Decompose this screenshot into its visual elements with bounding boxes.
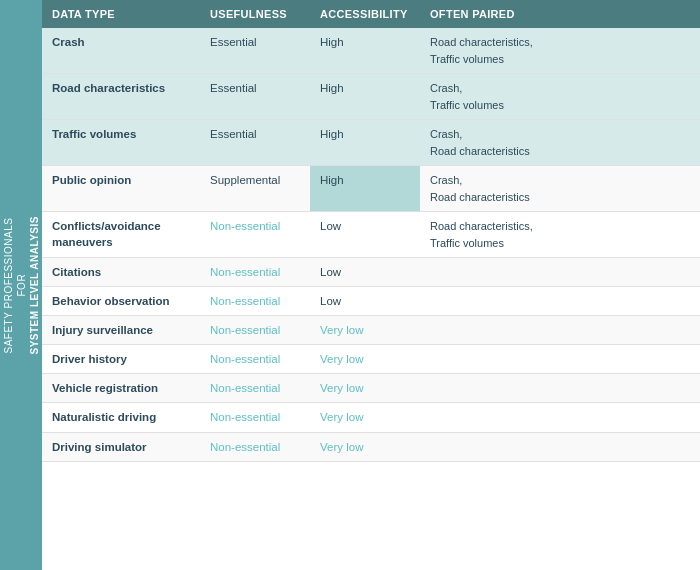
table-row: Driver historyNon-essentialVery low (42, 345, 700, 374)
cell-data-type: Conflicts/avoidance maneuvers (42, 212, 200, 258)
cell-accessibility: Very low (310, 345, 420, 374)
cell-often-paired (420, 316, 700, 345)
cell-accessibility: Very low (310, 316, 420, 345)
table-body: CrashEssentialHighRoad characteristics,T… (42, 28, 700, 461)
cell-often-paired (420, 403, 700, 432)
cell-often-paired (420, 258, 700, 287)
cell-often-paired: Crash,Traffic volumes (420, 74, 700, 120)
cell-often-paired (420, 287, 700, 316)
cell-usefulness: Non-essential (200, 316, 310, 345)
col-header-usefulness: USEFULNESS (200, 0, 310, 28)
table-header-row: DATA TYPE USEFULNESS ACCESSIBILITY OFTEN… (42, 0, 700, 28)
table-row: CrashEssentialHighRoad characteristics,T… (42, 28, 700, 74)
cell-data-type: Driver history (42, 345, 200, 374)
cell-usefulness: Non-essential (200, 403, 310, 432)
cell-data-type: Injury surveillance (42, 316, 200, 345)
cell-usefulness: Non-essential (200, 345, 310, 374)
cell-data-type: Driving simulator (42, 432, 200, 461)
main-container: SAFETY PROFESSIONALSFORSYSTEM LEVEL ANAL… (0, 0, 700, 570)
sidebar: SAFETY PROFESSIONALSFORSYSTEM LEVEL ANAL… (0, 0, 42, 570)
cell-usefulness: Non-essential (200, 374, 310, 403)
cell-accessibility: Very low (310, 374, 420, 403)
table-row: Naturalistic drivingNon-essentialVery lo… (42, 403, 700, 432)
cell-usefulness: Supplemental (200, 166, 310, 212)
cell-often-paired (420, 432, 700, 461)
cell-often-paired: Crash,Road characteristics (420, 166, 700, 212)
col-header-data-type: DATA TYPE (42, 0, 200, 28)
table-row: Road characteristicsEssentialHighCrash,T… (42, 74, 700, 120)
cell-accessibility: Low (310, 287, 420, 316)
cell-usefulness: Essential (200, 74, 310, 120)
table-row: Behavior observationNon-essentialLow (42, 287, 700, 316)
cell-data-type: Road characteristics (42, 74, 200, 120)
table-row: Injury surveillanceNon-essentialVery low (42, 316, 700, 345)
col-header-accessibility: ACCESSIBILITY (310, 0, 420, 28)
cell-often-paired (420, 345, 700, 374)
cell-data-type: Naturalistic driving (42, 403, 200, 432)
cell-accessibility: High (310, 120, 420, 166)
data-table: DATA TYPE USEFULNESS ACCESSIBILITY OFTEN… (42, 0, 700, 462)
cell-usefulness: Essential (200, 120, 310, 166)
cell-usefulness: Essential (200, 28, 310, 74)
cell-accessibility: Very low (310, 403, 420, 432)
cell-data-type: Citations (42, 258, 200, 287)
cell-data-type: Crash (42, 28, 200, 74)
cell-often-paired: Crash,Road characteristics (420, 120, 700, 166)
cell-accessibility: High (310, 166, 420, 212)
cell-usefulness: Non-essential (200, 287, 310, 316)
cell-often-paired: Road characteristics,Traffic volumes (420, 212, 700, 258)
cell-accessibility: Low (310, 258, 420, 287)
table-row: CitationsNon-essentialLow (42, 258, 700, 287)
col-header-often-paired: OFTEN PAIRED (420, 0, 700, 28)
cell-usefulness: Non-essential (200, 432, 310, 461)
table-row: Public opinionSupplementalHighCrash,Road… (42, 166, 700, 212)
cell-accessibility: Very low (310, 432, 420, 461)
cell-data-type: Public opinion (42, 166, 200, 212)
cell-usefulness: Non-essential (200, 212, 310, 258)
cell-often-paired (420, 374, 700, 403)
cell-data-type: Behavior observation (42, 287, 200, 316)
cell-data-type: Traffic volumes (42, 120, 200, 166)
table-row: Driving simulatorNon-essentialVery low (42, 432, 700, 461)
cell-often-paired: Road characteristics,Traffic volumes (420, 28, 700, 74)
cell-data-type: Vehicle registration (42, 374, 200, 403)
table-row: Conflicts/avoidance maneuversNon-essenti… (42, 212, 700, 258)
cell-usefulness: Non-essential (200, 258, 310, 287)
sidebar-label: SAFETY PROFESSIONALSFORSYSTEM LEVEL ANAL… (2, 216, 41, 355)
table-row: Traffic volumesEssentialHighCrash,Road c… (42, 120, 700, 166)
cell-accessibility: Low (310, 212, 420, 258)
cell-accessibility: High (310, 74, 420, 120)
table-wrapper: DATA TYPE USEFULNESS ACCESSIBILITY OFTEN… (42, 0, 700, 570)
table-row: Vehicle registrationNon-essentialVery lo… (42, 374, 700, 403)
cell-accessibility: High (310, 28, 420, 74)
